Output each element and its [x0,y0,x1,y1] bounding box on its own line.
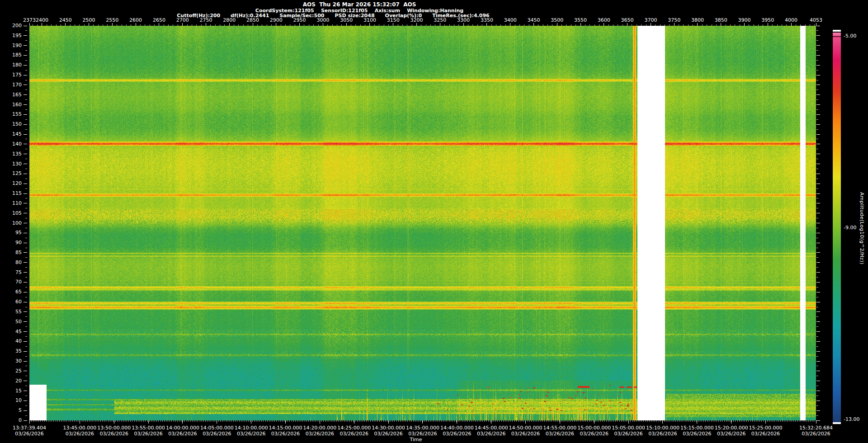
freq-tick-label: 20 [0,378,22,384]
top-axis-minor-tick [702,24,703,26]
time-minor-tick [297,420,297,422]
time-minor-tick [703,420,704,422]
time-minor-tick [646,420,646,422]
time-major-tick [525,420,526,424]
time-minor-tick [38,420,39,422]
time-minor-tick [71,420,71,422]
freq-tick-label: 45 [0,329,22,335]
top-axis-minor-tick [355,24,356,26]
time-minor-tick [516,420,517,422]
time-minor-tick [95,420,95,422]
time-minor-tick [698,420,698,422]
time-minor-tick [574,420,575,422]
top-axis-tick-label: 3000 [316,17,329,23]
top-axis-tick [674,23,675,26]
freq-minor-tick [25,109,27,110]
time-minor-tick [99,420,99,422]
time-minor-tick [143,420,144,422]
time-minor-tick [750,420,751,422]
freq-tick-right [816,410,820,411]
time-minor-tick [512,420,513,422]
colorbar-top-cap [833,30,841,32]
freq-minor-tick [25,129,27,130]
freq-tick [24,184,27,184]
time-minor-tick [115,420,116,422]
time-minor-tick [454,420,455,422]
time-minor-tick [460,420,460,422]
time-minor-tick [471,420,472,422]
time-tick-date: 03/26/2026 [683,431,711,437]
time-minor-tick [651,420,651,422]
top-axis-minor-tick [51,24,52,26]
time-minor-tick [246,420,247,422]
time-minor-tick [445,420,445,422]
time-minor-tick [228,420,228,422]
top-axis-tick [557,23,557,26]
time-minor-tick [226,420,226,422]
time-minor-tick [621,420,622,422]
time-minor-tick [589,420,590,422]
time-minor-tick [276,420,277,422]
top-axis-minor-tick [224,24,225,26]
freq-minor-tick [25,287,27,287]
time-minor-tick [132,420,132,422]
top-axis-minor-tick [421,24,421,26]
top-axis-tick-label: 3900 [738,17,751,23]
time-minor-tick [745,420,745,422]
freq-tick-right [816,331,820,332]
freq-minor-tick-right [816,179,818,179]
freq-tick-right [816,292,820,292]
time-minor-tick [254,420,255,422]
time-minor-tick [490,420,491,422]
time-tick-label: 15:10:00.000 [646,425,679,431]
freq-minor-tick-right [816,30,818,31]
time-major-tick [29,420,30,424]
freq-minor-tick-right [816,50,818,51]
time-minor-tick [627,420,627,422]
top-axis-minor-tick [178,24,178,26]
time-minor-tick [473,420,473,422]
spectrogram-plot[interactable] [29,26,816,420]
time-tick-label: 14:05:00.000 [200,425,234,431]
time-minor-tick [59,420,60,422]
freq-minor-tick [25,297,27,297]
time-minor-tick [761,420,762,422]
time-minor-tick [381,420,382,422]
time-minor-tick [756,420,756,422]
freq-minor-tick [25,386,27,386]
time-minor-tick [613,420,614,422]
freq-minor-tick [25,376,27,376]
time-minor-tick [170,420,170,422]
time-minor-tick [492,420,492,422]
time-tick-label: 13:50:00.000 [97,425,131,431]
time-tick-date: 03/26/2026 [477,431,505,437]
freq-tick-right [816,174,820,174]
time-minor-tick [156,420,157,422]
time-minor-tick [705,420,706,422]
time-minor-tick [323,420,324,422]
time-major-tick [628,420,629,424]
time-minor-tick [636,420,637,422]
time-minor-tick [174,420,174,422]
time-major-tick [388,420,389,424]
freq-tick-right [816,213,820,213]
time-tick-date: 03/26/2026 [717,431,745,437]
freq-minor-tick [25,316,27,317]
time-tick-date: 03/26/2026 [340,431,368,437]
freq-tick-label: 10 [0,397,22,403]
top-axis-minor-tick [412,24,412,26]
time-minor-tick [769,420,769,422]
time-minor-tick [434,420,434,422]
top-axis-minor-tick [318,24,319,26]
time-minor-tick [681,420,681,422]
time-minor-tick [278,420,279,422]
time-minor-tick [722,420,722,422]
top-axis-minor-tick [37,24,38,26]
time-minor-tick [552,420,552,422]
time-minor-tick [531,420,532,422]
freq-minor-tick-right [816,376,818,376]
time-minor-tick [630,420,631,422]
time-minor-tick [752,420,753,422]
freq-tick-right [816,26,820,26]
top-axis-tick [112,23,113,26]
